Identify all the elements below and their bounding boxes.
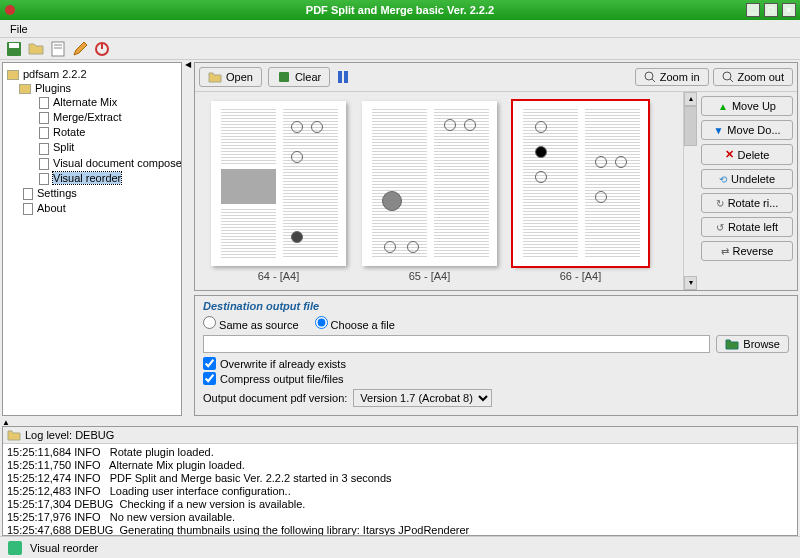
compress-label: Compress output file/files	[220, 373, 344, 385]
svg-point-13	[723, 72, 731, 80]
exit-icon[interactable]	[94, 41, 110, 57]
menu-file[interactable]: File	[6, 23, 32, 35]
page-thumbnail[interactable]: 64 - [A4]	[211, 101, 346, 282]
zoom-out-button[interactable]: Zoom out	[713, 68, 793, 86]
window-title: PDF Split and Merge basic Ver. 2.2.2	[306, 4, 494, 16]
tree-alternate-mix[interactable]: Alternate Mix	[7, 95, 177, 110]
same-as-source-radio[interactable]: Same as source	[203, 316, 299, 331]
open-folder-icon	[208, 70, 222, 84]
move-up-button[interactable]: ▲Move Up	[701, 96, 793, 116]
thumbnail-panel: Open Clear Zoom in Zoom out	[194, 62, 798, 291]
reverse-icon: ⇄	[721, 246, 729, 257]
save-icon[interactable]	[6, 41, 22, 57]
clear-button[interactable]: Clear	[268, 67, 330, 87]
info-icon[interactable]	[336, 70, 350, 84]
scroll-down-arrow[interactable]: ▾	[684, 276, 697, 290]
compress-checkbox[interactable]	[203, 372, 216, 385]
rotate-right-icon: ↻	[716, 198, 724, 209]
thumbnail-caption: 66 - [A4]	[560, 270, 602, 282]
open-button[interactable]: Open	[199, 67, 262, 87]
move-down-button[interactable]: ▼Move Do...	[701, 120, 793, 140]
svg-rect-3	[52, 42, 64, 56]
app-icon	[4, 4, 16, 16]
delete-button[interactable]: ✕Delete	[701, 144, 793, 165]
plugin-tree: pdfsam 2.2.2 Plugins Alternate Mix Merge…	[2, 62, 182, 416]
log-level-label: Log level: DEBUG	[25, 429, 114, 441]
page-thumbnail[interactable]: 65 - [A4]	[362, 101, 497, 282]
minimize-button[interactable]: _	[746, 3, 760, 17]
vertical-splitter[interactable]: ◀	[184, 60, 192, 418]
overwrite-checkbox[interactable]	[203, 357, 216, 370]
svg-point-0	[5, 5, 15, 15]
folder-icon[interactable]	[28, 41, 44, 57]
tree-plugins[interactable]: Plugins	[7, 81, 177, 95]
reorder-actions: ▲Move Up ▼Move Do... ✕Delete ⟲Undelete ↻…	[697, 92, 797, 290]
pdf-version-label: Output document pdf version:	[203, 392, 347, 404]
tree-settings[interactable]: Settings	[7, 186, 177, 201]
scroll-up-arrow[interactable]: ▴	[684, 92, 697, 106]
rotate-right-button[interactable]: ↻Rotate ri...	[701, 193, 793, 213]
zoom-in-icon	[644, 71, 656, 83]
log-text[interactable]: 15:25:11,684 INFO Rotate plugin loaded. …	[3, 444, 797, 535]
page-thumbnail[interactable]: 66 - [A4]	[513, 101, 648, 282]
horizontal-splitter[interactable]: ▲	[0, 418, 800, 426]
undelete-button[interactable]: ⟲Undelete	[701, 169, 793, 189]
overwrite-label: Overwrite if already exists	[220, 358, 346, 370]
svg-rect-10	[344, 71, 348, 83]
status-text: Visual reorder	[30, 542, 98, 554]
log-panel: Log level: DEBUG 15:25:11,684 INFO Rotat…	[2, 426, 798, 536]
tree-about[interactable]: About	[7, 201, 177, 216]
clear-icon	[277, 70, 291, 84]
svg-line-12	[652, 79, 655, 82]
destination-legend: Destination output file	[203, 300, 789, 312]
main-toolbar	[0, 38, 800, 60]
tree-split[interactable]: Split	[7, 140, 177, 155]
tree-visual-composer[interactable]: Visual document composer	[7, 156, 177, 171]
thumbnail-caption: 64 - [A4]	[258, 270, 300, 282]
svg-line-14	[730, 79, 733, 82]
browse-button[interactable]: Browse	[716, 335, 789, 353]
arrow-down-icon: ▼	[713, 125, 723, 136]
destination-panel: Destination output file Same as source C…	[194, 295, 798, 416]
zoom-out-icon	[722, 71, 734, 83]
log-folder-icon[interactable]	[7, 429, 21, 441]
svg-rect-8	[279, 72, 289, 82]
rotate-left-button[interactable]: ↺Rotate left	[701, 217, 793, 237]
log-icon[interactable]	[50, 41, 66, 57]
choose-a-file-radio[interactable]: Choose a file	[315, 316, 395, 331]
svg-rect-2	[9, 43, 19, 48]
maximize-button[interactable]: □	[764, 3, 778, 17]
tree-merge-extract[interactable]: Merge/Extract	[7, 110, 177, 125]
thumbnail-scrollbar[interactable]: ▴ ▾	[683, 92, 697, 290]
arrow-up-icon: ▲	[718, 101, 728, 112]
window-titlebar: PDF Split and Merge basic Ver. 2.2.2 _ □…	[0, 0, 800, 20]
zoom-in-button[interactable]: Zoom in	[635, 68, 709, 86]
tree-rotate[interactable]: Rotate	[7, 125, 177, 140]
menu-bar: File	[0, 20, 800, 38]
thumbnail-list: 64 - [A4] 65 - [A4]	[195, 92, 683, 290]
close-button[interactable]: ×	[782, 3, 796, 17]
thumbnail-caption: 65 - [A4]	[409, 270, 451, 282]
status-bar: Visual reorder	[0, 536, 800, 558]
edit-icon[interactable]	[72, 41, 88, 57]
undelete-icon: ⟲	[719, 174, 727, 185]
delete-x-icon: ✕	[725, 148, 734, 161]
output-path-field[interactable]	[203, 335, 710, 353]
tree-root[interactable]: pdfsam 2.2.2	[7, 67, 177, 81]
tree-visual-reorder[interactable]: Visual reorder	[7, 171, 177, 186]
rotate-left-icon: ↺	[716, 222, 724, 233]
status-icon	[8, 541, 22, 555]
pdf-version-select[interactable]: Version 1.7 (Acrobat 8)	[353, 389, 492, 407]
scrollbar-thumb[interactable]	[684, 106, 697, 146]
reverse-button[interactable]: ⇄Reverse	[701, 241, 793, 261]
svg-rect-9	[338, 71, 342, 83]
folder-browse-icon	[725, 338, 739, 350]
svg-point-11	[645, 72, 653, 80]
